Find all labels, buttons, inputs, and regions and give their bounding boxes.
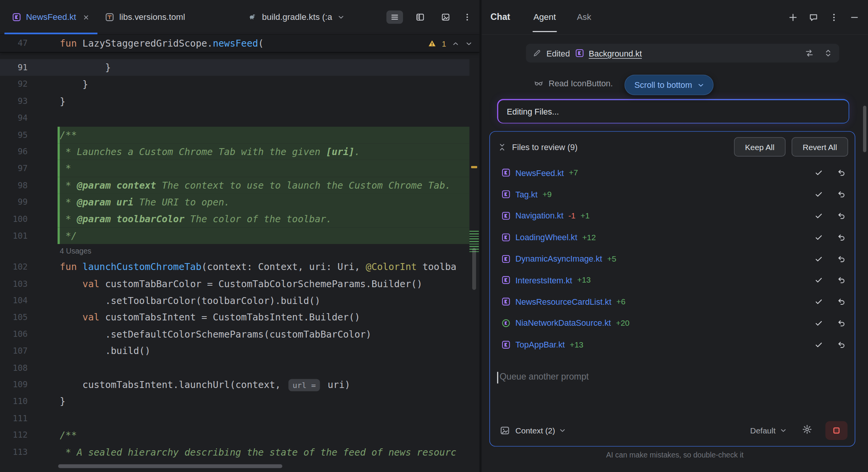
close-icon[interactable] (83, 14, 90, 21)
line-number[interactable]: 98 (0, 177, 28, 194)
tab-libs-versions-toml[interactable]: libs.versions.toml (98, 0, 193, 34)
revert-file-button[interactable] (837, 211, 846, 220)
line-number[interactable]: 110 (0, 393, 28, 410)
file-name-link[interactable]: NewsFeed.kt (515, 168, 564, 178)
keep-file-button[interactable] (814, 168, 823, 177)
scroll-to-bottom-button[interactable]: Scroll to bottom (624, 75, 714, 95)
keep-file-button[interactable] (814, 276, 823, 284)
line-number[interactable]: 109 (0, 376, 28, 393)
stop-button[interactable] (825, 421, 847, 440)
file-name-link[interactable]: InterestsItem.kt (515, 275, 572, 285)
file-name-link[interactable]: DynamicAsyncImage.kt (515, 254, 602, 263)
revert-file-button[interactable] (837, 276, 846, 284)
context-selector[interactable]: Context (2) (515, 426, 555, 435)
prompt-input[interactable]: Queue another prompt (490, 356, 855, 415)
edited-file-row[interactable]: Edited Background.kt (526, 44, 839, 62)
chevron-down-icon[interactable] (559, 427, 566, 434)
open-diff-icon[interactable] (805, 49, 814, 58)
split-view-button[interactable] (412, 11, 428, 24)
file-review-row[interactable]: NewsFeed.kt+7 (490, 162, 855, 184)
keep-file-button[interactable] (814, 254, 823, 263)
file-review-row[interactable]: InterestsItem.kt+13 (490, 270, 855, 291)
scrollbar-warning-mark[interactable] (471, 166, 477, 168)
attach-image-icon[interactable] (500, 425, 510, 435)
editor-vertical-scrollbar[interactable] (472, 248, 476, 290)
editor-more-menu-icon[interactable] (463, 13, 471, 21)
line-number[interactable]: 100 (0, 210, 28, 227)
line-number[interactable]: 108 (0, 359, 28, 376)
keep-file-button[interactable] (814, 190, 823, 199)
line-number[interactable]: 104 (0, 292, 28, 309)
revert-file-button[interactable] (837, 319, 846, 328)
model-selector[interactable]: Default (750, 426, 776, 435)
line-number[interactable]: 111 (0, 410, 28, 427)
line-number[interactable]: 101 (0, 227, 28, 244)
chevron-down-icon[interactable] (779, 427, 787, 434)
code-view-button[interactable] (386, 11, 403, 24)
new-chat-icon[interactable] (788, 13, 798, 22)
line-number[interactable]: 94 (0, 110, 28, 126)
file-review-row[interactable]: NewsResourceCardList.kt+6 (490, 291, 855, 312)
design-view-button[interactable] (437, 11, 454, 24)
file-review-row[interactable]: Tag.kt+9 (490, 184, 855, 205)
file-name-link[interactable]: TopAppBar.kt (515, 340, 565, 349)
tab-build-gradle-kts[interactable]: build.gradle.kts (:a (240, 0, 353, 34)
tab-ask[interactable]: Ask (577, 0, 591, 34)
line-number[interactable]: 103 (0, 275, 28, 292)
edited-file-link[interactable]: Background.kt (589, 48, 642, 58)
revert-file-button[interactable] (837, 297, 846, 306)
keep-file-button[interactable] (814, 297, 823, 306)
revert-file-button[interactable] (837, 340, 846, 349)
file-name-link[interactable]: NiaNetworkDataSource.kt (515, 318, 611, 328)
line-number[interactable]: 106 (0, 326, 28, 343)
gear-icon[interactable] (802, 424, 812, 434)
line-number[interactable]: 97 (0, 160, 28, 177)
line-number[interactable]: 102 (0, 259, 28, 275)
file-name-link[interactable]: LoadingWheel.kt (515, 233, 577, 242)
prev-problem-icon[interactable] (452, 40, 459, 47)
minimize-panel-icon[interactable] (850, 13, 859, 22)
file-review-row[interactable]: DynamicAsyncImage.kt+5 (490, 248, 855, 269)
keep-file-button[interactable] (814, 233, 823, 242)
line-number[interactable]: 93 (0, 93, 28, 110)
revert-file-button[interactable] (837, 190, 846, 199)
revert-file-button[interactable] (837, 233, 846, 242)
sticky-context-line[interactable]: 47 fun LazyStaggeredGridScope.newsFeed( … (0, 35, 479, 52)
tab-agent[interactable]: Agent (533, 0, 556, 34)
tab-newsfeed-kt[interactable]: NewsFeed.kt (5, 0, 98, 34)
line-number[interactable]: 112 (0, 427, 28, 443)
line-number[interactable]: 91 (0, 59, 28, 76)
file-review-row[interactable]: LoadingWheel.kt+12 (490, 226, 855, 248)
usages-inlay-hint[interactable]: 4 Usages (0, 244, 479, 259)
warning-icon[interactable] (428, 39, 436, 48)
editor-horizontal-scrollbar[interactable] (58, 464, 282, 468)
revert-all-button[interactable]: Revert All (792, 137, 848, 157)
file-review-row[interactable]: TopAppBar.kt+13 (490, 334, 855, 355)
next-problem-icon[interactable] (465, 40, 473, 47)
line-number[interactable]: 92 (0, 76, 28, 93)
revert-file-button[interactable] (837, 254, 846, 263)
keep-file-button[interactable] (814, 319, 823, 328)
file-name-link[interactable]: NewsResourceCardList.kt (515, 297, 611, 307)
file-name-link[interactable]: Tag.kt (515, 190, 538, 199)
line-number[interactable]: 99 (0, 194, 28, 210)
line-number[interactable]: 113 (0, 444, 28, 461)
chat-more-menu-icon[interactable] (829, 13, 839, 22)
keep-all-button[interactable]: Keep All (734, 137, 785, 157)
code-editor-area[interactable]: 91 }92 }93}9495/**96 * Launches a Custom… (0, 53, 479, 472)
revert-file-button[interactable] (837, 168, 846, 177)
line-number[interactable]: 107 (0, 343, 28, 359)
collapse-all-icon[interactable] (498, 142, 507, 151)
expand-collapse-icon[interactable] (824, 49, 832, 58)
line-number[interactable]: 96 (0, 143, 28, 160)
keep-file-button[interactable] (814, 211, 823, 220)
keep-file-button[interactable] (814, 340, 823, 349)
file-review-row[interactable]: Navigation.kt-1+1 (490, 205, 855, 226)
file-name-link[interactable]: Navigation.kt (515, 211, 564, 221)
line-number[interactable]: 105 (0, 309, 28, 326)
chat-scrollbar[interactable] (863, 106, 866, 152)
line-number[interactable]: 95 (0, 126, 28, 143)
file-review-row[interactable]: NiaNetworkDataSource.kt+20 (490, 312, 855, 334)
chevron-down-icon[interactable] (337, 13, 345, 21)
chat-history-icon[interactable] (809, 13, 818, 22)
